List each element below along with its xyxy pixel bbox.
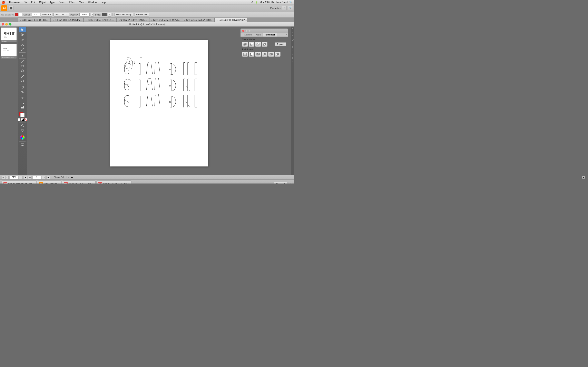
menu-type[interactable]: Type bbox=[48, 0, 57, 4]
toggle-arrow-icon[interactable]: ▶ bbox=[71, 176, 73, 178]
tool-line[interactable] bbox=[19, 59, 26, 64]
pf-outline-btn[interactable] bbox=[268, 52, 274, 57]
page-icon-btn[interactable]: ⊞ bbox=[2, 176, 5, 179]
stroke-width-input[interactable]: 1 pt bbox=[32, 13, 40, 17]
stroke-swatch[interactable] bbox=[19, 13, 22, 16]
right-icon-8[interactable]: ⊟ bbox=[292, 53, 294, 55]
tool-zoom[interactable] bbox=[19, 123, 26, 128]
tab-2[interactable]: ×cable_prints.ai @ 150% (C... bbox=[84, 18, 116, 22]
search-icon[interactable]: 🔍 bbox=[289, 1, 292, 4]
style-dropdown[interactable]: ▼ bbox=[108, 13, 111, 17]
tool-blob-brush[interactable] bbox=[19, 79, 26, 83]
pf-trim-btn[interactable] bbox=[249, 52, 254, 57]
menu-effect[interactable]: Effect bbox=[68, 0, 77, 4]
gradient-swatch[interactable] bbox=[21, 118, 24, 121]
menu-select[interactable]: Select bbox=[57, 0, 67, 4]
taskbar-close-0[interactable]: ▼ bbox=[33, 183, 35, 184]
none-swatch[interactable] bbox=[18, 118, 20, 121]
tool-rectangle[interactable] bbox=[19, 64, 26, 68]
taskbar-close-all-btn[interactable]: ✕ bbox=[289, 182, 292, 184]
tool-type[interactable]: T bbox=[19, 53, 26, 58]
right-icon-10[interactable]: ⊘ bbox=[292, 60, 294, 63]
toggle-selection-label[interactable]: Toggle Selection bbox=[54, 176, 69, 178]
tab-3[interactable]: ×Untitled-2* @ 81% (CMYK/... bbox=[116, 18, 149, 22]
menu-edit[interactable]: Edit bbox=[30, 0, 37, 4]
taskbar-item-3[interactable]: PDF 20141016125053563....pdf ▼ bbox=[96, 180, 131, 184]
panel-options-btn[interactable]: ≡ bbox=[285, 33, 288, 36]
right-icon-4[interactable]: ◯ bbox=[292, 38, 294, 41]
window-maximize-btn[interactable] bbox=[9, 23, 11, 25]
taskbar-item-2[interactable]: PDF 20141016152612111.pdf ▼ bbox=[62, 180, 95, 184]
prev-page-btn[interactable]: ◀ bbox=[24, 176, 27, 179]
taskbar-close-3[interactable]: ▼ bbox=[128, 183, 130, 184]
shape-unite-btn[interactable] bbox=[242, 42, 248, 47]
window-minimize-btn[interactable] bbox=[5, 23, 8, 25]
tool-curvature[interactable] bbox=[19, 43, 26, 47]
style-swatch[interactable] bbox=[102, 13, 107, 16]
arrangement-btn[interactable] bbox=[9, 6, 13, 10]
tab-6[interactable]: ×Untitled-3* @ 81% (CMYK/Preview) bbox=[215, 18, 247, 22]
panel-tab-pathfinder[interactable]: Pathfinder bbox=[263, 33, 277, 36]
pf-merge-btn[interactable] bbox=[255, 52, 261, 57]
fill-swatch[interactable] bbox=[15, 13, 18, 16]
menu-help[interactable]: Help bbox=[99, 0, 107, 4]
tab-close-6[interactable]: × bbox=[217, 19, 218, 21]
taskbar-item-1[interactable]: Ai cable_prints.ai ▼ bbox=[37, 180, 61, 184]
show-all-btn[interactable]: Show All bbox=[274, 182, 287, 184]
tool-rotate[interactable] bbox=[19, 85, 26, 90]
page-input[interactable]: 1 bbox=[33, 176, 41, 179]
zoom-dropdown[interactable]: ▼ bbox=[19, 176, 22, 179]
next-page-btn[interactable]: ▷ bbox=[42, 176, 45, 179]
thumb-item-1[interactable]: SHIRT shi... Scree... bbox=[1, 27, 17, 43]
menu-view[interactable]: View bbox=[78, 0, 86, 4]
tab-close-0[interactable]: × bbox=[20, 19, 21, 21]
tool-symbol-sprayer[interactable] bbox=[19, 100, 26, 105]
zoom-input[interactable]: 81% bbox=[10, 176, 18, 179]
pf-crop-btn[interactable] bbox=[262, 52, 268, 57]
canvas-area[interactable]: D bbox=[27, 26, 291, 175]
right-icon-2[interactable]: ⊞ bbox=[292, 31, 294, 33]
tab-0[interactable]: ×cable_prints_2.ai* @ 100%... bbox=[18, 18, 51, 22]
search-btn[interactable]: 🔍 bbox=[288, 6, 293, 10]
tool-warp[interactable] bbox=[19, 96, 26, 100]
thumb-item-0[interactable]: Scree 2014-10-... Scree 2014-10-... bbox=[1, 43, 17, 59]
right-icon-5[interactable]: ⬡ bbox=[292, 42, 294, 44]
tool-hand[interactable] bbox=[19, 128, 26, 133]
window-close-btn[interactable] bbox=[2, 23, 4, 25]
tab-close-3[interactable]: × bbox=[119, 19, 120, 21]
panel-close-btn[interactable] bbox=[242, 30, 244, 32]
tool-selection[interactable] bbox=[19, 27, 26, 32]
opacity-dropdown[interactable]: ▼ bbox=[91, 13, 94, 17]
menu-illustrator[interactable]: Illustrator bbox=[7, 0, 21, 4]
tab-1[interactable]: ×cut_file* @ 81% (CMYK/Pre... bbox=[51, 18, 84, 22]
right-icon-7[interactable]: ⊡ bbox=[292, 49, 294, 52]
opacity-input[interactable]: 100% bbox=[79, 13, 90, 17]
next-page-btn-2[interactable]: ▶ bbox=[47, 176, 50, 179]
tool-pen[interactable] bbox=[19, 38, 26, 42]
prev-page-btn-2[interactable]: ◁ bbox=[28, 176, 31, 179]
tab-4[interactable]: ×laser_shirt_large.ai* @ 25%... bbox=[149, 18, 182, 22]
doc-setup-btn[interactable]: Document Setup bbox=[114, 13, 133, 17]
expand-btn[interactable]: Expand bbox=[275, 42, 286, 46]
tab-close-4[interactable]: × bbox=[151, 19, 153, 21]
touch-callout-select[interactable]: Touch Call... ▼ bbox=[53, 13, 69, 17]
tab-5[interactable]: ×font_outline_work.ai* @ 50... bbox=[182, 18, 215, 22]
tab-close-1[interactable]: × bbox=[53, 19, 54, 21]
tool-ellipse[interactable] bbox=[19, 68, 26, 73]
right-icon-3[interactable]: ≡ bbox=[292, 35, 294, 37]
stroke-type-select[interactable]: Uniform ▼ bbox=[41, 13, 52, 17]
stroke-color-box[interactable] bbox=[20, 113, 25, 117]
tool-scale[interactable] bbox=[19, 90, 26, 94]
shape-exclude-btn[interactable] bbox=[262, 42, 268, 47]
right-icon-9[interactable]: ⊠ bbox=[292, 57, 294, 59]
taskbar-close-1[interactable]: ▼ bbox=[58, 183, 60, 184]
panel-tab-align[interactable]: Align bbox=[254, 33, 263, 36]
panel-tab-transform[interactable]: Transform bbox=[241, 33, 254, 36]
panel-expand-btn-right[interactable] bbox=[249, 30, 251, 32]
tool-pencil[interactable] bbox=[19, 47, 26, 52]
tool-paintbrush[interactable] bbox=[19, 75, 26, 79]
tab-close-5[interactable]: × bbox=[184, 19, 185, 21]
shape-intersect-btn[interactable] bbox=[255, 42, 261, 47]
panel-expand-btn-left[interactable] bbox=[245, 30, 247, 32]
taskbar-item-0[interactable]: PDF manual_silhouette-st....pdf ▼ bbox=[2, 180, 36, 184]
